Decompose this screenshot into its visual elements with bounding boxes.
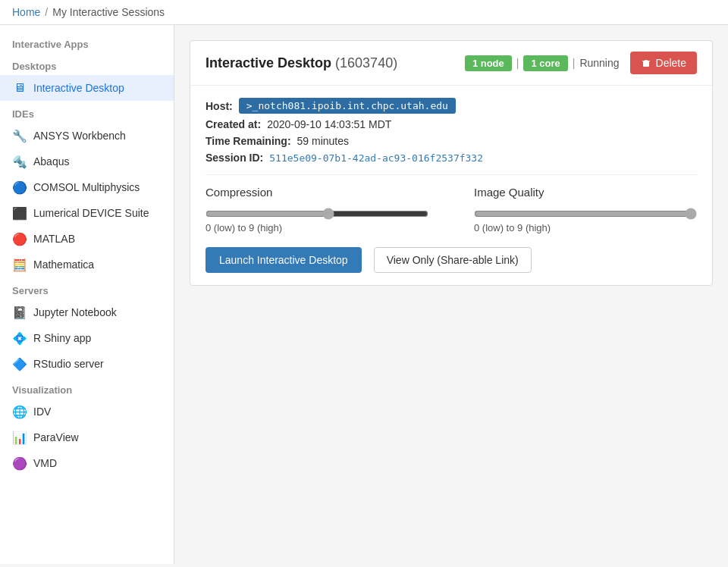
- sidebar-item-vmd[interactable]: 🟣 VMD: [0, 450, 174, 476]
- desktop-icon: 🖥: [12, 80, 27, 96]
- image-quality-col: Image Quality 0 (low) to 9 (high): [451, 186, 697, 233]
- sidebar-item-label: VMD: [33, 457, 57, 469]
- sidebar-item-idv[interactable]: 🌐 IDV: [0, 399, 174, 424]
- trash-icon: [641, 58, 651, 68]
- matlab-icon: 🔴: [12, 231, 27, 246]
- session-header: Interactive Desktop (1603740) 1 node | 1…: [190, 41, 712, 86]
- session-body: Host: >_notch081.ipoib.int.chpc.utah.edu…: [190, 86, 712, 285]
- lumerical-icon: ⬛: [12, 205, 27, 221]
- sidebar-item-label: MATLAB: [33, 233, 75, 245]
- header-right: 1 node | 1 core | Running Delete: [465, 52, 697, 74]
- actions-row: Launch Interactive Desktop View Only (Sh…: [206, 247, 697, 273]
- sidebar-item-label: IDV: [33, 406, 51, 418]
- session-badges: 1 node | 1 core | Running: [465, 55, 620, 71]
- sidebar-group-servers: Servers: [0, 277, 174, 299]
- badge-nodes: 1 node: [465, 55, 512, 71]
- idv-icon: 🌐: [12, 404, 27, 419]
- host-row: Host: >_notch081.ipoib.int.chpc.utah.edu: [206, 98, 697, 114]
- session-id-link[interactable]: 511e5e09-07b1-42ad-ac93-016f2537f332: [269, 152, 483, 164]
- comsol-icon: 🔵: [12, 180, 27, 195]
- abaqus-icon: 🔩: [12, 154, 27, 169]
- sidebar-item-rstudio[interactable]: 🔷 RStudio server: [0, 351, 174, 377]
- sidebar-item-label: Jupyter Notebook: [33, 306, 117, 318]
- host-link[interactable]: >_notch081.ipoib.int.chpc.utah.edu: [239, 98, 456, 114]
- svg-rect-2: [642, 61, 650, 61]
- session-id-row: Session ID: 511e5e09-07b1-42ad-ac93-016f…: [206, 152, 697, 164]
- divider: [206, 174, 697, 175]
- sidebar-item-jupyter[interactable]: 📓 Jupyter Notebook: [0, 299, 174, 325]
- paraview-icon: 📊: [12, 430, 27, 445]
- created-row: Created at: 2020-09-10 14:03:51 MDT: [206, 118, 697, 130]
- main-layout: Interactive Apps Desktops 🖥 Interactive …: [0, 25, 728, 564]
- sidebar-item-label: R Shiny app: [33, 332, 91, 344]
- session-job-id: (1603740): [335, 55, 397, 70]
- breadcrumb: Home / My Interactive Sessions: [0, 0, 728, 25]
- svg-rect-0: [643, 61, 649, 67]
- breadcrumb-home-link[interactable]: Home: [12, 6, 40, 18]
- compression-col: Compression 0 (low) to 9 (high): [206, 186, 451, 233]
- time-label: Time Remaining:: [206, 135, 291, 147]
- sidebar: Interactive Apps Desktops 🖥 Interactive …: [0, 25, 174, 564]
- created-label: Created at:: [206, 118, 261, 130]
- sidebar-item-mathematica[interactable]: 🧮 Mathematica: [0, 252, 174, 277]
- sidebar-item-label: Interactive Desktop: [33, 82, 124, 94]
- sidebar-item-ansys[interactable]: 🔧 ANSYS Workbench: [0, 123, 174, 149]
- sidebar-item-matlab[interactable]: 🔴 MATLAB: [0, 226, 174, 252]
- sidebar-item-abaqus[interactable]: 🔩 Abaqus: [0, 149, 174, 174]
- launch-button[interactable]: Launch Interactive Desktop: [206, 247, 362, 273]
- sidebar-item-label: RStudio server: [33, 358, 104, 370]
- sidebar-item-comsol[interactable]: 🔵 COMSOL Multiphysics: [0, 174, 174, 200]
- sidebar-group-ides: IDEs: [0, 101, 174, 123]
- sidebar-item-label: Mathematica: [33, 258, 94, 271]
- time-value: 59 minutes: [297, 135, 349, 147]
- compression-range: 0 (low) to 9 (high): [206, 222, 428, 233]
- image-quality-slider[interactable]: [474, 208, 697, 220]
- sidebar-group-desktops: Desktops: [0, 53, 174, 75]
- delete-button[interactable]: Delete: [630, 52, 697, 74]
- sidebar-item-label: ParaView: [33, 431, 79, 443]
- sidebar-item-lumerical[interactable]: ⬛ Lumerical DEVICE Suite: [0, 200, 174, 226]
- view-only-button[interactable]: View Only (Share-able Link): [374, 247, 532, 273]
- jupyter-icon: 📓: [12, 305, 27, 320]
- sidebar-item-paraview[interactable]: 📊 ParaView: [0, 424, 174, 450]
- compression-label: Compression: [206, 186, 428, 199]
- session-id-label: Session ID:: [206, 152, 263, 164]
- vmd-icon: 🟣: [12, 456, 27, 471]
- badge-status: Running: [579, 57, 619, 69]
- session-title-name: Interactive Desktop: [206, 55, 331, 70]
- mathematica-icon: 🧮: [12, 257, 27, 272]
- session-title: Interactive Desktop (1603740): [206, 55, 397, 71]
- compression-slider[interactable]: [206, 208, 428, 220]
- image-quality-range: 0 (low) to 9 (high): [474, 222, 697, 233]
- breadcrumb-current: My Interactive Sessions: [52, 6, 165, 18]
- sidebar-item-rshiny[interactable]: 💠 R Shiny app: [0, 325, 174, 351]
- sidebar-item-label: Abaqus: [33, 155, 69, 168]
- breadcrumb-separator: /: [45, 6, 48, 18]
- time-row: Time Remaining: 59 minutes: [206, 135, 697, 147]
- sidebar-group-visualization: Visualization: [0, 377, 174, 399]
- sidebar-item-label: COMSOL Multiphysics: [33, 181, 140, 193]
- badge-separator2: |: [573, 57, 576, 69]
- main-content: Interactive Desktop (1603740) 1 node | 1…: [174, 25, 728, 564]
- sidebar-item-interactive-desktop[interactable]: 🖥 Interactive Desktop: [0, 75, 174, 101]
- sidebar-item-label: Lumerical DEVICE Suite: [33, 207, 149, 219]
- sidebar-item-label: ANSYS Workbench: [33, 130, 126, 142]
- created-value: 2020-09-10 14:03:51 MDT: [267, 118, 391, 130]
- badge-cores: 1 core: [523, 55, 567, 71]
- rstudio-icon: 🔷: [12, 356, 27, 371]
- badge-separator: |: [516, 57, 519, 69]
- delete-label: Delete: [656, 57, 686, 69]
- sliders-row: Compression 0 (low) to 9 (high) Image Qu…: [206, 186, 697, 233]
- host-label: Host:: [206, 100, 233, 112]
- ansys-icon: 🔧: [12, 128, 27, 143]
- image-quality-label: Image Quality: [474, 186, 697, 199]
- session-card: Interactive Desktop (1603740) 1 node | 1…: [190, 40, 713, 286]
- rshiny-icon: 💠: [12, 330, 27, 346]
- sidebar-section-interactive-apps: Interactive Apps: [0, 31, 174, 53]
